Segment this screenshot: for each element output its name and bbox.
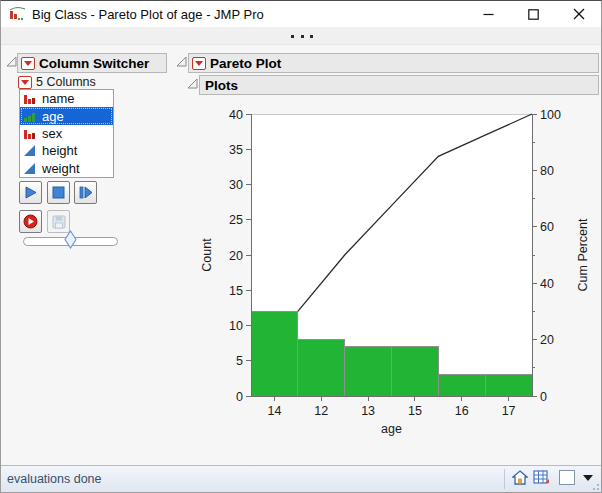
pareto-bar[interactable] — [345, 347, 392, 396]
column-list: name age sex height weight — [19, 89, 114, 178]
continuous-column-icon — [23, 162, 36, 175]
plots-title: Plots — [205, 78, 238, 93]
title-bar: Big Class - Pareto Plot of age - JMP Pro — [1, 1, 601, 27]
column-label: sex — [42, 126, 62, 141]
column-switcher-header: Column Switcher — [17, 53, 167, 73]
column-label: height — [42, 143, 77, 158]
play-button[interactable] — [19, 181, 42, 204]
window-selector-box[interactable] — [559, 470, 575, 485]
x-tick-label: 14 — [267, 404, 281, 418]
ellipsis-dots-icon[interactable] — [291, 35, 313, 39]
pareto-plot-menu-button[interactable] — [192, 57, 206, 70]
close-button[interactable] — [556, 1, 601, 27]
ribbon-strip — [1, 27, 601, 45]
continuous-column-icon — [23, 144, 36, 157]
column-list-item[interactable]: age — [20, 107, 113, 124]
tick-label: 20 — [540, 333, 554, 347]
tick-label: 0 — [540, 390, 547, 404]
pareto-bar[interactable] — [485, 375, 532, 396]
app-pareto-icon — [9, 6, 26, 22]
home-icon[interactable] — [512, 470, 528, 485]
left-axis-title: Count — [200, 238, 214, 272]
maximize-icon — [528, 9, 539, 20]
x-tick-label: 16 — [455, 404, 469, 418]
record-icon — [23, 214, 38, 229]
tick-label: 35 — [229, 143, 243, 157]
nominal-column-icon — [23, 92, 36, 105]
column-list-item[interactable]: height — [20, 142, 113, 159]
column-list-item[interactable]: weight — [20, 160, 113, 177]
plots-disclosure-icon[interactable] — [187, 78, 198, 89]
column-list-item[interactable]: name — [20, 90, 113, 107]
tick-label: 20 — [229, 249, 243, 263]
column-list-item[interactable]: sex — [20, 125, 113, 142]
play-icon — [24, 186, 37, 199]
report-content: Column Switcher 5 Columns name age sex — [1, 46, 601, 466]
maximize-button[interactable] — [511, 1, 556, 27]
plots-header: Plots — [199, 75, 599, 95]
tick-label: 15 — [229, 284, 243, 298]
tick-label: 10 — [229, 319, 243, 333]
minimize-icon — [483, 9, 494, 20]
jmp-window: Big Class - Pareto Plot of age - JMP Pro — [0, 0, 602, 493]
column-label: weight — [42, 161, 80, 176]
data-table-icon[interactable] — [533, 470, 550, 485]
pareto-chart: 0510152025303540020406080100141213151617… — [196, 96, 601, 451]
ordinal-column-icon — [23, 110, 36, 123]
window-title: Big Class - Pareto Plot of age - JMP Pro — [32, 7, 264, 22]
minimize-button[interactable] — [466, 1, 511, 27]
status-message: evaluations done — [7, 472, 102, 486]
step-icon — [79, 186, 93, 199]
pareto-bar[interactable] — [438, 375, 485, 396]
save-icon — [52, 215, 66, 229]
nominal-column-icon — [23, 127, 36, 140]
x-tick-label: 13 — [361, 404, 375, 418]
tick-label: 30 — [229, 178, 243, 192]
record-button[interactable] — [19, 210, 42, 233]
columns-menu-button[interactable] — [18, 76, 32, 89]
stop-icon — [52, 186, 65, 199]
x-tick-label: 17 — [502, 404, 516, 418]
close-icon — [573, 8, 585, 20]
pareto-bar[interactable] — [251, 311, 298, 396]
tick-label: 5 — [236, 354, 243, 368]
slider-thumb[interactable] — [64, 230, 77, 249]
tick-label: 60 — [540, 220, 554, 234]
tick-label: 40 — [540, 277, 554, 291]
tick-label: 25 — [229, 213, 243, 227]
tick-label: 40 — [229, 108, 243, 122]
column-switcher-disclosure-icon[interactable] — [6, 56, 17, 67]
column-label: name — [42, 91, 75, 106]
pareto-bar[interactable] — [298, 340, 345, 396]
resize-grip[interactable] — [590, 481, 600, 491]
tick-label: 0 — [236, 390, 243, 404]
pareto-plot-header: Pareto Plot — [188, 53, 599, 73]
pareto-bar[interactable] — [392, 347, 439, 396]
tick-label: 80 — [540, 164, 554, 178]
status-bar: evaluations done — [1, 465, 601, 492]
column-label: age — [42, 109, 64, 124]
columns-count-label: 5 Columns — [36, 75, 96, 89]
column-switcher-menu-button[interactable] — [21, 57, 35, 70]
stop-button[interactable] — [47, 181, 70, 204]
pareto-plot-title: Pareto Plot — [210, 56, 281, 71]
x-tick-label: 12 — [314, 404, 328, 418]
column-switcher-title: Column Switcher — [39, 56, 149, 71]
status-separator — [504, 469, 505, 489]
pareto-plot-disclosure-icon[interactable] — [176, 56, 187, 67]
tick-label: 100 — [540, 108, 561, 122]
columns-count-row: 5 Columns — [18, 75, 96, 89]
x-axis-title: age — [381, 422, 402, 436]
x-tick-label: 15 — [408, 404, 422, 418]
right-axis-title: Cum Percent — [576, 218, 590, 291]
step-button[interactable] — [74, 181, 97, 204]
dropdown-arrow-icon[interactable] — [583, 475, 593, 481]
